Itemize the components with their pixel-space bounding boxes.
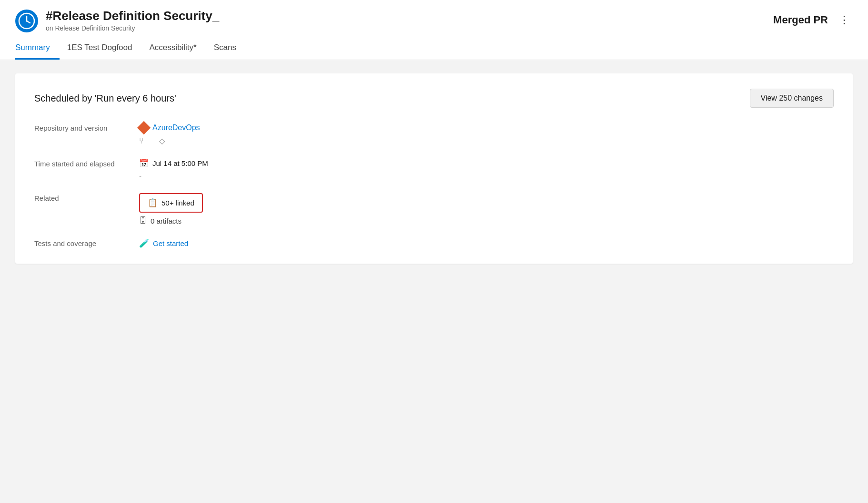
page-subtitle: on Release Definition Security [46,24,219,32]
elapsed-value: - [139,172,834,180]
linked-count-text: 50+ linked [161,199,194,207]
tab-1es-test-dogfood[interactable]: 1ES Test Dogfood [67,38,142,60]
time-row: 📅 Jul 14 at 5:00 PM [139,159,834,168]
tab-summary[interactable]: Summary [15,38,60,60]
page-header: #Release Definition Security_ on Release… [0,0,868,60]
time-text: Jul 14 at 5:00 PM [152,159,208,167]
card-header-row: Scheduled by 'Run every 6 hours' View 25… [34,89,834,108]
repo-name-link[interactable]: AzureDevOps [152,123,200,132]
repository-value: AzureDevOps ⑂ ◇ [139,123,834,145]
header-left: #Release Definition Security_ on Release… [15,9,219,32]
info-grid: Repository and version AzureDevOps ⑂ ◇ T… [34,123,834,248]
clipboard-icon: 📋 [148,198,158,208]
tests-label: Tests and coverage [34,238,139,248]
tab-scans[interactable]: Scans [214,38,246,60]
header-title-group: #Release Definition Security_ on Release… [46,9,219,32]
related-label: Related [34,193,139,225]
tests-value: 🧪 Get started [139,238,834,248]
header-top-row: #Release Definition Security_ on Release… [15,9,853,32]
related-value: 📋 50+ linked 🗄 0 artifacts [139,193,834,225]
avatar [15,10,38,32]
time-value: 📅 Jul 14 at 5:00 PM - [139,159,834,180]
tab-bar: Summary 1ES Test Dogfood Accessibility* … [15,38,853,60]
summary-card: Scheduled by 'Run every 6 hours' View 25… [15,73,853,264]
content-area: Scheduled by 'Run every 6 hours' View 25… [0,60,868,277]
scheduled-text: Scheduled by 'Run every 6 hours' [34,93,176,104]
get-started-link[interactable]: Get started [153,239,188,247]
commit-icon: ◇ [159,136,165,145]
svg-point-3 [26,21,28,22]
tab-accessibility[interactable]: Accessibility* [149,38,206,60]
page-title: #Release Definition Security_ [46,9,219,23]
azure-devops-icon [137,121,151,134]
artifacts-row: 🗄 0 artifacts [139,216,834,225]
more-options-button[interactable]: ⋮ [836,11,853,29]
artifacts-text: 0 artifacts [151,217,182,225]
repo-name-row: AzureDevOps [139,123,834,133]
time-label: Time started and elapsed [34,159,139,180]
calendar-icon: 📅 [139,159,149,168]
branch-row: ⑂ ◇ [139,136,834,145]
branch-item: ⑂ [139,137,144,145]
commit-item: ◇ [159,136,165,145]
status-badge: Merged PR [773,14,828,26]
flask-icon: 🧪 [139,238,149,248]
header-right: Merged PR ⋮ [773,9,853,29]
branch-icon: ⑂ [139,137,144,145]
repository-label: Repository and version [34,123,139,145]
view-changes-button[interactable]: View 250 changes [750,89,834,108]
linked-items-button[interactable]: 📋 50+ linked [139,193,203,213]
artifacts-icon: 🗄 [139,216,147,225]
